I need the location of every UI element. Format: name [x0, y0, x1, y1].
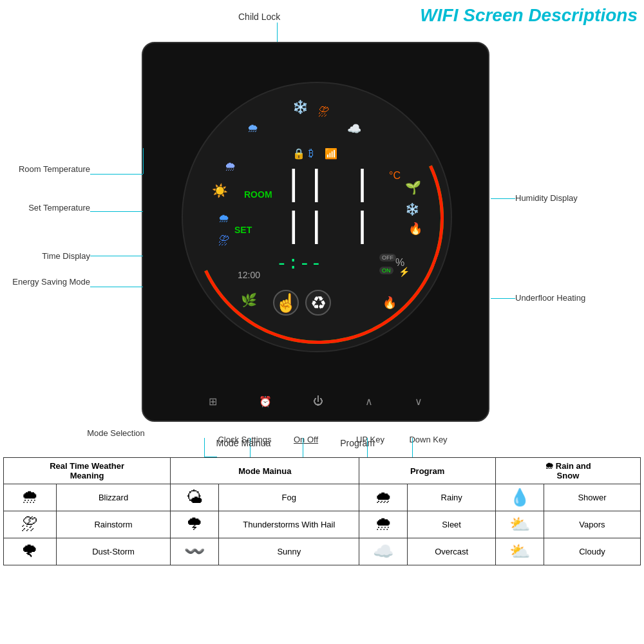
cloudy-icon-cell: ⛅: [495, 538, 544, 565]
energy-saving-label: Energy Saving Mode: [6, 277, 90, 287]
up-btn[interactable]: ∧: [365, 395, 373, 408]
eco-button[interactable]: ♻: [305, 290, 331, 316]
time-digits: -:--: [276, 254, 322, 274]
thunderhail-label: Thunderstorms With Hail: [219, 511, 359, 538]
down-key-label: Down Key: [402, 435, 454, 444]
eco-icon: 🌿: [241, 292, 257, 308]
underfloor-line: [491, 298, 515, 299]
rainstorm-label: Rainstorm: [56, 511, 170, 538]
table-header-mode: Mode Mainua: [171, 458, 359, 484]
clock-btn[interactable]: ⏰: [259, 395, 272, 408]
on-toggle[interactable]: ON: [379, 267, 393, 274]
shower-label: Shower: [544, 484, 640, 511]
snow-right-icon: ❄️: [405, 202, 419, 216]
underfloor-icon: 🔥: [383, 296, 397, 310]
set-temperature-label: Set Temperature: [6, 203, 90, 213]
room-temp-line-v: [143, 148, 144, 174]
time-display-area: 12:00: [238, 270, 260, 280]
overcast-label: Overcast: [408, 538, 495, 565]
vapors-label: Vapors: [544, 511, 640, 538]
table-header-rainsnow: 🌨 Rain andSnow: [495, 458, 640, 484]
off-toggle[interactable]: OFF: [379, 254, 396, 261]
set-temp-line-h: [90, 211, 143, 212]
down-btn[interactable]: ∨: [415, 395, 422, 408]
humidity-plant-icon: 🌱: [405, 180, 421, 195]
time-display-label: Time Display: [6, 251, 90, 261]
rainy-label: Rainy: [408, 484, 495, 511]
table-header-weather: Real Time WeatherMeaning: [4, 458, 171, 484]
duststorm-icon-cell: 🌪: [4, 538, 57, 565]
sunny-label: Sunny: [219, 538, 359, 565]
thermostat-device: ❄️ ⛈ 🌧 ☁️ 🔒 ₿ 📶 🌨 ☀️ ROOM 🌧 SET ⛈ 12:00 …: [142, 42, 489, 422]
fog-label: Fog: [219, 484, 359, 511]
blizzard-icon: 🌨: [225, 160, 236, 174]
cloudy-label: Cloudy: [544, 538, 640, 565]
rain-cloud-icon: 🌧: [247, 122, 259, 135]
wifi-icon: 📶: [325, 147, 337, 160]
sleet-label: Sleet: [408, 511, 495, 538]
table-row: ⛈ Rainstorm 🌩 Thunderstorms With Hail 🌨 …: [4, 511, 641, 538]
celsius-icon: °C: [389, 170, 401, 182]
bt-small-icon: ⚡: [399, 267, 410, 277]
touch-button[interactable]: ☝: [273, 290, 299, 316]
vapors-icon-cell: ⛅: [495, 511, 544, 538]
cloud-icon: ☁️: [347, 122, 361, 136]
main-temp-second-row: || |: [283, 209, 374, 245]
weather-table: Real Time WeatherMeaning Mode Mainua Pro…: [3, 457, 641, 565]
mode-btn[interactable]: ⊞: [209, 395, 217, 408]
rain-icon: 🌧: [218, 212, 230, 225]
snow-icon: ❄️: [292, 99, 308, 115]
table-header-program: Program: [359, 458, 495, 484]
underfloor-heating-label: Underfloor Heating: [515, 293, 631, 303]
room-temp-line-h: [90, 174, 143, 175]
page-title: WIFI Screen Descriptions: [420, 5, 638, 26]
blizzard-icon-cell: 🌨: [4, 484, 57, 511]
sun-icon: ☀️: [212, 183, 228, 198]
sunny-icon-cell: 〰️: [171, 538, 219, 565]
table-row: 🌨 Blizzard 🌤 Fog 🌧 Rainy 💧 Shower: [4, 484, 641, 511]
mode-mainua-label: Mode Mainua: [179, 438, 308, 448]
device-buttons-row: ⊞ ⏰ ⏻ ∧ ∨: [143, 395, 488, 408]
sleet-icon-cell: 🌨: [359, 511, 408, 538]
display-circle: ❄️ ⛈ 🌧 ☁️ 🔒 ₿ 📶 🌨 ☀️ ROOM 🌧 SET ⛈ 12:00 …: [182, 82, 452, 352]
set-label: SET: [234, 225, 252, 235]
table-row: 🌪 Dust-Storm 〰️ Sunny ☁️ Overcast ⛅ Clou…: [4, 538, 641, 565]
humidity-line: [491, 198, 515, 199]
energy-saving-line: [90, 287, 143, 287]
humidity-display-label: Humidity Display: [515, 193, 631, 203]
room-temperature-label: Room Temperature: [6, 164, 90, 174]
blizzard-label: Blizzard: [56, 484, 170, 511]
overcast-icon-cell: ☁️: [359, 538, 408, 565]
rainy-icon-cell: 🌧: [359, 484, 408, 511]
fog-icon-cell: 🌤: [171, 484, 219, 511]
rainstorm-icon-cell: ⛈: [4, 511, 57, 538]
storm-icon: ⛈: [318, 106, 330, 119]
flame-icon: 🔥: [408, 222, 422, 236]
shower-icon-cell: 💧: [495, 484, 544, 511]
bluetooth-icon: ₿: [308, 147, 314, 159]
heavy-rain-icon: ⛈: [218, 234, 230, 248]
duststorm-label: Dust-Storm: [56, 538, 170, 565]
program-label: Program: [316, 438, 399, 448]
down-v-line: [412, 438, 413, 457]
mode-selection-label: Mode Selection: [77, 428, 155, 438]
lock-icon: 🔒: [292, 147, 305, 160]
room-label: ROOM: [244, 189, 272, 200]
main-temperature-display: || |: [283, 167, 374, 203]
power-btn[interactable]: ⏻: [313, 395, 323, 408]
thunderhail-icon-cell: 🌩: [171, 511, 219, 538]
time-display-line: [90, 256, 143, 256]
child-lock-label: Child Lock: [238, 12, 280, 22]
